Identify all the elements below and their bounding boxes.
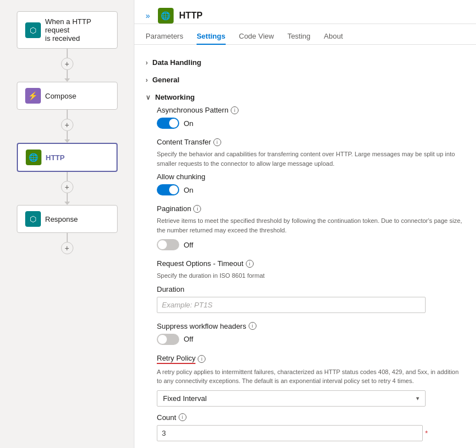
- panel-title: HTTP: [179, 11, 465, 21]
- trigger-node[interactable]: ⬡ When a HTTP requestis received: [17, 11, 118, 49]
- collapse-button[interactable]: »: [146, 11, 150, 20]
- pagination-desc: Retrieve items to meet the specified thr…: [157, 216, 465, 235]
- content-transfer-field: Content Transfer i Specify the behavior …: [157, 138, 465, 195]
- pagination-field: Pagination i Retrieve items to meet the …: [157, 204, 465, 250]
- count-info[interactable]: i: [179, 413, 186, 421]
- async-pattern-toggle-label: On: [184, 119, 193, 128]
- add-step-4[interactable]: +: [61, 242, 73, 254]
- retry-policy-label-text: Retry Policy: [157, 354, 195, 364]
- request-timeout-info[interactable]: i: [246, 260, 254, 268]
- count-group: Count i *: [157, 413, 465, 441]
- suppress-headers-toggle-label: Off: [184, 335, 193, 343]
- async-pattern-field: Asynchronous Pattern i On: [157, 106, 465, 129]
- add-step-2[interactable]: +: [61, 119, 73, 131]
- retry-policy-dropdown-value: Fixed Interval: [163, 394, 207, 403]
- content-transfer-knob: [169, 185, 178, 194]
- pagination-label: Pagination i: [157, 204, 465, 213]
- connector-line-2: [67, 70, 68, 79]
- trigger-label: When a HTTP requestis received: [45, 17, 109, 43]
- tab-testing[interactable]: Testing: [287, 29, 310, 45]
- connector-line: [67, 49, 68, 58]
- tab-bar: Parameters Settings Code View Testing Ab…: [134, 24, 476, 45]
- general-chevron: ›: [146, 76, 148, 84]
- panel-content: › Data Handling › General ∨ Networking A…: [134, 45, 476, 448]
- suppress-headers-info[interactable]: i: [249, 322, 256, 330]
- connector-line-5: [67, 172, 68, 181]
- connector-line-4: [67, 131, 68, 140]
- connector-3: +: [61, 172, 73, 205]
- content-transfer-toggle[interactable]: [157, 184, 179, 195]
- networking-content: Asynchronous Pattern i On Content Transf…: [146, 106, 465, 448]
- retry-policy-dropdown-chevron: ▾: [416, 395, 419, 402]
- data-handling-section[interactable]: › Data Handling: [146, 54, 465, 71]
- content-transfer-desc: Specify the behavior and capabilities fo…: [157, 150, 465, 168]
- pagination-info[interactable]: i: [193, 205, 201, 213]
- request-timeout-desc: Specify the duration in ISO 8601 format: [157, 271, 465, 281]
- count-input-row: *: [157, 425, 428, 441]
- retry-policy-dropdown[interactable]: Fixed Interval ▾: [157, 390, 426, 407]
- tab-about[interactable]: About: [324, 29, 343, 45]
- tab-code-view[interactable]: Code View: [239, 29, 274, 45]
- count-label: Count i: [157, 413, 465, 422]
- pagination-toggle[interactable]: [157, 239, 179, 250]
- response-icon: ⬡: [25, 211, 41, 227]
- tab-parameters[interactable]: Parameters: [146, 29, 183, 45]
- duration-input[interactable]: [157, 297, 426, 313]
- networking-label: Networking: [155, 93, 195, 101]
- async-pattern-info[interactable]: i: [231, 106, 239, 114]
- content-transfer-toggle-row: On: [157, 184, 465, 195]
- request-timeout-field: Request Options - Timeout i Specify the …: [157, 259, 465, 313]
- count-required: *: [425, 429, 428, 437]
- content-transfer-toggle-label: On: [184, 186, 193, 194]
- retry-policy-field: Retry Policy i A retry policy applies to…: [157, 354, 465, 449]
- allow-chunking-label: Allow chunking: [157, 172, 465, 181]
- settings-panel: » 🌐 HTTP Parameters Settings Code View T…: [134, 0, 476, 448]
- data-handling-chevron: ›: [146, 59, 148, 67]
- count-input[interactable]: [157, 425, 423, 441]
- async-pattern-toggle-row: On: [157, 118, 465, 129]
- panel-header-icon: 🌐: [158, 8, 174, 24]
- networking-section-header[interactable]: ∨ Networking: [146, 88, 465, 106]
- retry-policy-label: Retry Policy i: [157, 354, 465, 364]
- suppress-headers-toggle[interactable]: [157, 334, 179, 345]
- compose-node[interactable]: ⚡ Compose: [17, 82, 118, 110]
- panel-header: » 🌐 HTTP: [134, 0, 476, 24]
- suppress-headers-field: Suppress workflow headers i Off: [157, 322, 465, 345]
- content-transfer-label: Content Transfer i: [157, 138, 465, 146]
- add-step-3[interactable]: +: [61, 181, 73, 193]
- response-node[interactable]: ⬡ Response: [17, 205, 118, 233]
- general-label: General: [152, 76, 179, 84]
- connector-line-7: [67, 233, 68, 242]
- connector-4: +: [61, 233, 73, 254]
- content-transfer-info[interactable]: i: [213, 138, 221, 146]
- retry-policy-info[interactable]: i: [198, 355, 206, 363]
- general-section[interactable]: › General: [146, 71, 465, 88]
- add-step-1[interactable]: +: [61, 58, 73, 70]
- compose-icon: ⚡: [25, 88, 41, 104]
- request-timeout-label: Request Options - Timeout i: [157, 259, 465, 268]
- connector-2: +: [61, 110, 73, 143]
- data-handling-label: Data Handling: [152, 58, 201, 67]
- suppress-headers-label: Suppress workflow headers i: [157, 322, 465, 330]
- async-pattern-label: Asynchronous Pattern i: [157, 106, 465, 114]
- connector-line-3: [67, 110, 68, 119]
- connector-1: +: [61, 49, 73, 82]
- trigger-icon: ⬡: [25, 22, 41, 38]
- pagination-knob: [158, 240, 167, 249]
- suppress-headers-toggle-row: Off: [157, 334, 465, 345]
- compose-label: Compose: [45, 92, 77, 100]
- http-node[interactable]: 🌐 HTTP: [17, 143, 118, 172]
- async-pattern-knob: [169, 119, 178, 128]
- http-icon: 🌐: [26, 150, 41, 165]
- suppress-headers-knob: [158, 335, 167, 344]
- retry-policy-desc: A retry policy applies to intermittent f…: [157, 367, 465, 386]
- response-label: Response: [45, 215, 78, 223]
- connector-line-6: [67, 193, 68, 202]
- tab-settings[interactable]: Settings: [197, 29, 225, 45]
- networking-chevron: ∨: [146, 94, 151, 101]
- duration-label: Duration: [157, 285, 465, 293]
- pagination-toggle-row: Off: [157, 239, 465, 250]
- workflow-panel: ⬡ When a HTTP requestis received + ⚡ Com…: [0, 0, 134, 448]
- async-pattern-toggle[interactable]: [157, 118, 179, 129]
- pagination-toggle-label: Off: [184, 241, 193, 249]
